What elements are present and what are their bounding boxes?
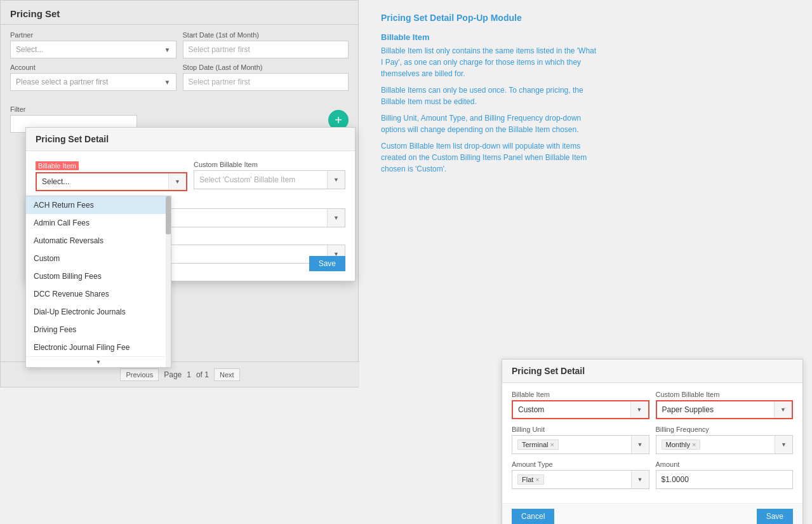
- save-button[interactable]: Save: [757, 509, 793, 524]
- bm-billable-label: Billable Item: [512, 391, 649, 398]
- partner-select[interactable]: Select... ▼: [10, 41, 176, 58]
- bm-unit-arrow-icon[interactable]: ▼: [631, 436, 649, 453]
- amount-type-chip-x[interactable]: ×: [535, 476, 539, 483]
- bm-amount-label: Amount: [656, 460, 794, 468]
- dropdown-item-1[interactable]: Admin Call Fees: [26, 214, 171, 232]
- stop-date-select[interactable]: Select partner first: [183, 73, 349, 91]
- bm-billing-freq-label: Billing Frequency: [656, 426, 794, 433]
- info-text-4: Custom Billable Item list drop-down will…: [381, 140, 597, 175]
- custom-billable-arrow-icon[interactable]: ▼: [327, 171, 345, 189]
- panel-title: Pricing Set: [1, 1, 358, 25]
- dropdown-scrollbar[interactable]: [166, 196, 171, 367]
- dropdown-item-7[interactable]: Driving Fees: [26, 321, 171, 339]
- billing-unit-chip-x[interactable]: ×: [550, 441, 554, 448]
- bm-custom-billable-select[interactable]: Paper Supplies ▼: [656, 400, 794, 419]
- modal-save-button[interactable]: Save: [309, 256, 345, 271]
- billing-freq-chip-x[interactable]: ×: [692, 441, 696, 448]
- dropdown-item-6[interactable]: Dial-Up Electronic Journals: [26, 303, 171, 321]
- account-select[interactable]: Please select a partner first ▼: [10, 73, 176, 91]
- billable-item-select[interactable]: Select... ▼: [36, 172, 187, 191]
- info-title: Pricing Set Detail Pop-Up Module: [381, 13, 597, 23]
- start-date-select[interactable]: Select partner first: [183, 41, 349, 58]
- dropdown-item-0[interactable]: ACH Return Fees: [26, 196, 171, 214]
- dropdown-item-8[interactable]: Electronic Journal Filing Fee: [26, 339, 171, 356]
- next-button[interactable]: Next: [214, 368, 240, 381]
- partner-label: Partner: [10, 31, 176, 39]
- custom-billable-item-label: Custom Billable Item: [194, 161, 345, 168]
- of-label: of 1: [196, 370, 209, 379]
- cancel-button[interactable]: Cancel: [512, 509, 554, 524]
- dropdown-item-4[interactable]: Custom Billing Fees: [26, 267, 171, 285]
- bm-footer: Cancel Save: [502, 503, 802, 524]
- page-label: Page: [164, 370, 182, 379]
- billing-freq-arrow-icon[interactable]: ▼: [327, 209, 345, 227]
- bm-amount-input[interactable]: [656, 470, 794, 489]
- filter-label: Filter: [10, 105, 349, 113]
- info-section-billable: Billable Item: [381, 32, 597, 42]
- bm-billing-freq-select[interactable]: Monthly × ▼: [656, 435, 794, 454]
- bm-billing-unit-select[interactable]: Terminal × ▼: [512, 435, 649, 454]
- info-text-3: Billing Unit, Amount Type, and Billing F…: [381, 112, 597, 135]
- info-text-1: Billable Item list only contains the sam…: [381, 45, 597, 79]
- scrollbar-thumb: [166, 196, 171, 234]
- dropdown-list: ACH Return Fees Admin Call Fees Automati…: [25, 196, 171, 368]
- billable-item-label: Billable Item: [36, 161, 79, 170]
- start-date-label: Start Date (1st of Month): [183, 31, 349, 39]
- previous-button[interactable]: Previous: [120, 368, 159, 381]
- custom-billable-item-select[interactable]: Select 'Custom' Billable Item ▼: [194, 170, 345, 189]
- bottom-modal-title: Pricing Set Detail: [502, 359, 802, 383]
- billable-item-arrow-icon[interactable]: ▼: [168, 173, 186, 190]
- scroll-down-icon: ▼: [26, 356, 171, 367]
- dropdown-item-2[interactable]: Automatic Reversals: [26, 232, 171, 250]
- bm-amount-type-label: Amount Type: [512, 460, 649, 468]
- account-arrow-icon: ▼: [164, 79, 171, 86]
- amount-type-chip: Flat ×: [517, 474, 544, 485]
- stop-date-label: Stop Date (Last of Month): [183, 64, 349, 71]
- billing-freq-chip: Monthly ×: [662, 440, 701, 450]
- bm-custom-billable-label: Custom Billable Item: [656, 391, 794, 398]
- billing-unit-chip: Terminal ×: [517, 440, 559, 450]
- dropdown-item-3[interactable]: Custom: [26, 250, 171, 267]
- bm-amount-type-arrow-icon[interactable]: ▼: [631, 471, 649, 488]
- bm-freq-arrow-icon[interactable]: ▼: [775, 436, 792, 453]
- page-number: 1: [187, 370, 191, 379]
- info-panel: Pricing Set Detail Pop-Up Module Billabl…: [368, 0, 609, 192]
- info-text-2: Billable Items can only be used once. To…: [381, 84, 597, 107]
- account-label: Account: [10, 64, 176, 71]
- bm-billing-unit-label: Billing Unit: [512, 426, 649, 433]
- bm-amount-type-select[interactable]: Flat × ▼: [512, 470, 649, 489]
- dropdown-item-5[interactable]: DCC Revenue Shares: [26, 285, 171, 303]
- bm-billable-select[interactable]: Custom ▼: [512, 400, 649, 419]
- bm-custom-arrow-icon[interactable]: ▼: [774, 401, 792, 418]
- partner-arrow-icon: ▼: [164, 46, 171, 53]
- main-modal-title: Pricing Set Detail: [26, 128, 355, 151]
- bottom-modal: Pricing Set Detail Billable Item Custom …: [502, 359, 803, 524]
- bm-billable-arrow-icon[interactable]: ▼: [630, 401, 648, 418]
